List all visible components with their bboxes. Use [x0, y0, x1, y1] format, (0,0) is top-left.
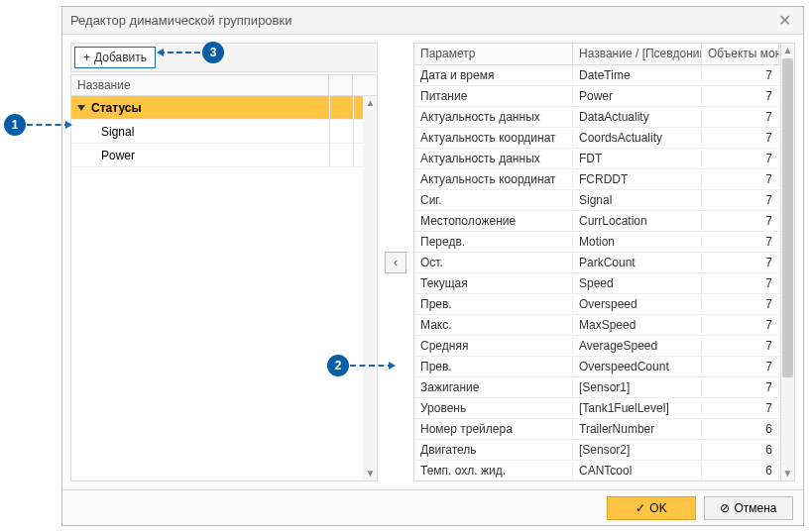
cancel-icon: ⊘	[720, 501, 730, 515]
mid-column: ‹	[384, 43, 407, 481]
grid-cell-alias: Motion	[573, 233, 702, 251]
grid-scrollbar[interactable]: ▲ ▼	[780, 44, 794, 480]
scroll-thumb[interactable]	[782, 58, 793, 377]
grid-row[interactable]: Макс.MaxSpeed7	[414, 315, 780, 336]
grid-body: Дата и времяDateTime7ПитаниеPower7Актуал…	[414, 65, 780, 480]
grid-row[interactable]: Дата и времяDateTime7	[414, 65, 780, 86]
grid-cell-alias: MaxSpeed	[573, 316, 702, 334]
grid-cell-param: Сиг.	[414, 191, 573, 209]
cancel-label: Отмена	[734, 501, 776, 515]
grid-cell-count: 7	[702, 295, 779, 313]
scroll-down-icon[interactable]: ▼	[781, 467, 794, 480]
grid-cell-param: Уровень	[414, 399, 573, 417]
chevron-left-icon: ‹	[394, 256, 398, 269]
grid-cell-count: 7	[702, 191, 779, 209]
grid-cell-param: Актуальность данных	[414, 150, 573, 167]
grid-cell-count: 7	[702, 170, 779, 188]
grid-cell-param: Темп. охл. жид.	[414, 462, 573, 479]
scroll-up-icon[interactable]: ▲	[781, 44, 794, 57]
callout-3: 3	[202, 42, 224, 63]
grid-header-alias[interactable]: Название / [Псевдоним]	[573, 44, 702, 64]
grid-row[interactable]: Зажигание[Sensor1]7	[414, 377, 780, 398]
grid-row[interactable]: СредняяAverageSpeed7	[414, 336, 780, 357]
grid-row[interactable]: Актуальность данныхDataActuality7	[414, 107, 780, 128]
tree-header-name[interactable]: Название	[71, 75, 329, 95]
grid-cell-alias: CANTcool	[573, 462, 702, 479]
grid-cell-alias: OverspeedCount	[573, 358, 702, 375]
grid-row[interactable]: ТекущаяSpeed7	[414, 273, 780, 294]
grid: Параметр Название / [Псевдоним] Объекты …	[413, 43, 795, 481]
grid-row[interactable]: Актуальность координатFCRDDT7	[414, 169, 780, 190]
tree-scrollbar[interactable]: ▲ ▼	[363, 96, 377, 480]
grid-cell-count: 7	[702, 358, 779, 375]
grid-row[interactable]: Номер трейлераTrailerNumber6	[414, 419, 780, 440]
tree-root-row[interactable]: Статусы	[71, 96, 377, 120]
right-panel: Параметр Название / [Псевдоним] Объекты …	[413, 43, 795, 481]
grid-row[interactable]: Темп. охл. жид.CANTcool6	[414, 461, 780, 480]
chevron-down-icon[interactable]	[77, 105, 85, 111]
callout-1: 1	[4, 114, 26, 136]
left-panel: + Добавить Название Статусы	[70, 43, 378, 481]
grid-cell-count: 7	[702, 316, 779, 334]
cancel-button[interactable]: ⊘ Отмена	[704, 496, 793, 520]
dialog-footer: ✓ OK ⊘ Отмена	[62, 489, 803, 525]
grid-cell-alias: Speed	[573, 274, 702, 292]
grid-cell-alias: [Sensor1]	[573, 378, 702, 396]
grid-row[interactable]: МестоположениеCurrLocation7	[414, 211, 780, 232]
grid-cell-param: Питание	[414, 87, 573, 105]
grid-cell-count: 6	[702, 420, 779, 438]
callout-arrow-1	[27, 124, 70, 126]
scroll-up-icon[interactable]: ▲	[364, 96, 377, 110]
grid-header-param[interactable]: Параметр	[414, 44, 573, 64]
titlebar: Редактор динамической группировки ✕	[62, 7, 803, 35]
grid-header-count[interactable]: Объекты мон	[702, 44, 779, 64]
grid-cell-param: Зажигание	[414, 378, 573, 396]
grid-row[interactable]: Ост.ParkCount7	[414, 253, 780, 273]
ok-button[interactable]: ✓ OK	[607, 496, 696, 520]
tree-header-col3[interactable]	[353, 75, 377, 95]
grid-cell-param: Передв.	[414, 233, 573, 251]
tree-header: Название	[70, 74, 378, 96]
grid-cell-alias: [Sensor2]	[573, 441, 702, 459]
grid-row[interactable]: Передв.Motion7	[414, 232, 780, 253]
add-button[interactable]: + Добавить	[74, 47, 156, 68]
toolbar: + Добавить	[70, 43, 378, 72]
grid-cell-count: 7	[702, 87, 779, 105]
grid-row[interactable]: Актуальность координатCoordsActuality7	[414, 128, 780, 149]
tree-child-row[interactable]: Signal	[71, 120, 377, 144]
close-icon[interactable]: ✕	[774, 11, 795, 30]
dialog: Редактор динамической группировки ✕ + До…	[61, 6, 804, 526]
grid-cell-param: Местоположение	[414, 212, 573, 230]
grid-cell-count: 7	[702, 399, 779, 417]
grid-cell-alias: TrailerNumber	[573, 420, 702, 438]
tree-child-row[interactable]: Power	[71, 144, 377, 167]
grid-cell-count: 6	[702, 441, 779, 459]
grid-row[interactable]: Двигатель[Sensor2]6	[414, 440, 780, 461]
grid-cell-param: Двигатель	[414, 441, 573, 459]
grid-cell-alias: CoordsActuality	[573, 129, 702, 147]
grid-row[interactable]: Уровень[Tank1FuelLevel]7	[414, 398, 780, 419]
grid-cell-alias: CurrLocation	[573, 212, 702, 230]
tree-root-label: Статусы	[91, 101, 142, 115]
scroll-down-icon[interactable]: ▼	[364, 467, 377, 480]
grid-cell-count: 7	[702, 212, 779, 230]
grid-cell-count: 7	[702, 150, 779, 167]
tree-header-col2[interactable]	[329, 75, 353, 95]
grid-cell-param: Текущая	[414, 274, 573, 292]
grid-row[interactable]: Прев.Overspeed7	[414, 294, 780, 315]
check-icon: ✓	[636, 501, 645, 515]
tree-body: Статусы Signal Power ▲ ▼	[70, 96, 378, 481]
grid-row[interactable]: Сиг.Signal7	[414, 190, 780, 211]
grid-cell-count: 7	[702, 129, 779, 147]
grid-row[interactable]: ПитаниеPower7	[414, 86, 780, 107]
grid-cell-count: 7	[702, 108, 779, 126]
grid-row[interactable]: Прев.OverspeedCount7	[414, 357, 780, 377]
grid-cell-param: Дата и время	[414, 66, 573, 84]
grid-cell-param: Актуальность координат	[414, 129, 573, 147]
grid-cell-count: 7	[702, 254, 779, 271]
tree-child-label: Power	[101, 149, 135, 162]
grid-cell-count: 7	[702, 66, 779, 84]
grid-cell-alias: ParkCount	[573, 254, 702, 271]
grid-row[interactable]: Актуальность данныхFDT7	[414, 149, 780, 169]
move-left-button[interactable]: ‹	[385, 252, 406, 273]
